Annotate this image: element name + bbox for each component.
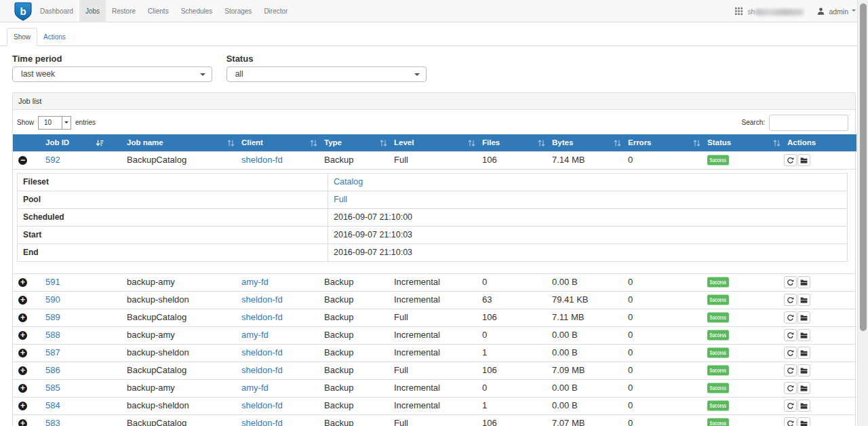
browse-job-button[interactable] bbox=[797, 417, 810, 426]
status-select[interactable]: all bbox=[226, 66, 427, 82]
collapse-row-icon[interactable]: − bbox=[18, 156, 27, 165]
rerun-job-button[interactable] bbox=[784, 364, 797, 376]
expand-row-icon[interactable]: + bbox=[18, 402, 27, 410]
job-level-cell: Full bbox=[389, 362, 477, 379]
search-input[interactable] bbox=[769, 115, 848, 131]
entries-select[interactable]: 10 bbox=[38, 116, 71, 130]
detail-row: Start2016-09-07 21:10:03 bbox=[18, 226, 848, 244]
browse-job-button[interactable] bbox=[797, 294, 810, 306]
job-detail-table: FilesetCatalogPoolFullScheduled2016-09-0… bbox=[17, 173, 848, 262]
browse-job-button[interactable] bbox=[797, 347, 810, 359]
browse-job-button[interactable] bbox=[797, 311, 810, 324]
job-id-link[interactable]: 587 bbox=[45, 347, 60, 357]
rerun-job-button[interactable] bbox=[784, 417, 797, 426]
grid-icon[interactable] bbox=[735, 7, 745, 17]
column-header-bytes[interactable]: Bytes bbox=[547, 134, 623, 151]
status-badge: Success bbox=[707, 294, 729, 305]
client-link[interactable]: sheldon-fd bbox=[241, 312, 283, 322]
rerun-job-button[interactable] bbox=[784, 347, 797, 359]
client-link[interactable]: sheldon-fd bbox=[241, 400, 283, 410]
director-host-label[interactable]: sh bbox=[748, 8, 755, 16]
nav-item-clients[interactable]: Clients bbox=[142, 0, 175, 22]
job-id-link[interactable]: 589 bbox=[45, 312, 60, 322]
job-row: −592BackupCatalogsheldon-fdBackupFull106… bbox=[13, 151, 856, 169]
client-link[interactable]: sheldon-fd bbox=[241, 155, 283, 165]
nav-item-jobs[interactable]: Jobs bbox=[79, 0, 106, 22]
rerun-job-button[interactable] bbox=[784, 294, 797, 306]
client-link[interactable]: amy-fd bbox=[241, 330, 269, 340]
expand-row-icon[interactable]: + bbox=[18, 419, 27, 426]
client-link[interactable]: sheldon-fd bbox=[241, 347, 283, 357]
rerun-job-button[interactable] bbox=[784, 154, 797, 166]
job-type-cell: Backup bbox=[319, 326, 389, 344]
job-id-link[interactable]: 590 bbox=[45, 294, 60, 305]
client-link[interactable]: sheldon-fd bbox=[241, 365, 283, 375]
job-id-link[interactable]: 588 bbox=[45, 330, 60, 340]
chevron-down-icon bbox=[414, 73, 420, 79]
column-header-status[interactable]: Status bbox=[702, 134, 782, 151]
client-link[interactable]: amy-fd bbox=[241, 277, 269, 287]
browse-job-button[interactable] bbox=[797, 154, 810, 166]
column-header-files[interactable]: Files bbox=[477, 134, 547, 151]
expand-row-icon[interactable]: + bbox=[18, 366, 27, 375]
expand-row-icon[interactable]: + bbox=[18, 331, 27, 340]
job-name-cell: BackupCatalog bbox=[121, 362, 236, 379]
column-header-client[interactable]: Client bbox=[236, 134, 319, 151]
expand-row-icon[interactable]: + bbox=[18, 278, 27, 287]
chevron-down-icon bbox=[62, 117, 71, 129]
bareos-logo[interactable]: b bbox=[14, 2, 32, 21]
job-id-link[interactable]: 584 bbox=[45, 400, 60, 410]
job-type-cell: Backup bbox=[319, 273, 389, 291]
job-files-cell: 106 bbox=[477, 151, 547, 169]
column-header-level[interactable]: Level bbox=[389, 134, 477, 151]
job-bytes-cell: 7.09 MB bbox=[547, 362, 623, 379]
job-id-link[interactable]: 585 bbox=[45, 383, 60, 393]
job-id-link[interactable]: 592 bbox=[45, 155, 60, 165]
client-link[interactable]: sheldon-fd bbox=[241, 418, 283, 426]
nav-item-restore[interactable]: Restore bbox=[106, 0, 142, 22]
rerun-job-button[interactable] bbox=[784, 400, 797, 412]
browse-job-button[interactable] bbox=[797, 329, 810, 341]
browse-job-button[interactable] bbox=[797, 276, 810, 288]
job-id-link[interactable]: 591 bbox=[45, 277, 60, 287]
rerun-job-button[interactable] bbox=[784, 276, 797, 288]
rerun-job-button[interactable] bbox=[784, 311, 797, 324]
nav-item-schedules[interactable]: Schedules bbox=[175, 0, 219, 22]
job-id-link[interactable]: 583 bbox=[45, 418, 60, 426]
user-menu[interactable]: admin bbox=[829, 7, 848, 16]
chevron-down-icon[interactable] bbox=[852, 9, 856, 14]
job-row: +584backup-sheldonsheldon-fdBackupIncrem… bbox=[13, 397, 856, 414]
column-header-job-name[interactable]: Job name bbox=[121, 134, 236, 151]
job-id-link[interactable]: 586 bbox=[45, 365, 60, 375]
scrollbar-thumb[interactable] bbox=[860, 3, 867, 331]
browse-job-button[interactable] bbox=[797, 382, 810, 394]
job-bytes-cell: 0.00 B bbox=[547, 326, 623, 344]
tab-show[interactable]: Show bbox=[7, 28, 37, 46]
expand-row-icon[interactable]: + bbox=[18, 349, 27, 357]
detail-value-link[interactable]: Catalog bbox=[334, 177, 363, 187]
rerun-job-button[interactable] bbox=[784, 329, 797, 341]
nav-item-storages[interactable]: Storages bbox=[218, 0, 258, 22]
browse-job-button[interactable] bbox=[797, 364, 810, 376]
time-period-select[interactable]: last week bbox=[12, 66, 212, 82]
job-name-cell: backup-amy bbox=[121, 326, 236, 344]
job-bytes-cell: 0.00 B bbox=[547, 273, 623, 291]
job-type-cell: Backup bbox=[319, 414, 389, 426]
nav-item-director[interactable]: Director bbox=[258, 0, 294, 22]
status-badge: Success bbox=[707, 383, 729, 393]
browse-job-button[interactable] bbox=[797, 400, 810, 412]
tab-actions[interactable]: Actions bbox=[37, 28, 72, 47]
column-header-type[interactable]: Type bbox=[319, 134, 389, 151]
rerun-job-button[interactable] bbox=[784, 382, 797, 394]
nav-item-dashboard[interactable]: Dashboard bbox=[34, 0, 79, 22]
job-name-cell: backup-sheldon bbox=[121, 291, 236, 309]
client-link[interactable]: sheldon-fd bbox=[241, 294, 283, 305]
detail-value-link[interactable]: Full bbox=[334, 195, 347, 204]
column-header-job-id[interactable]: Job ID bbox=[40, 134, 121, 151]
client-link[interactable]: amy-fd bbox=[241, 383, 269, 393]
expand-row-icon[interactable]: + bbox=[18, 296, 27, 305]
column-header-errors[interactable]: Errors bbox=[623, 134, 702, 151]
vertical-scrollbar[interactable] bbox=[857, 0, 868, 426]
expand-row-icon[interactable]: + bbox=[18, 384, 27, 393]
expand-row-icon[interactable]: + bbox=[18, 313, 27, 322]
